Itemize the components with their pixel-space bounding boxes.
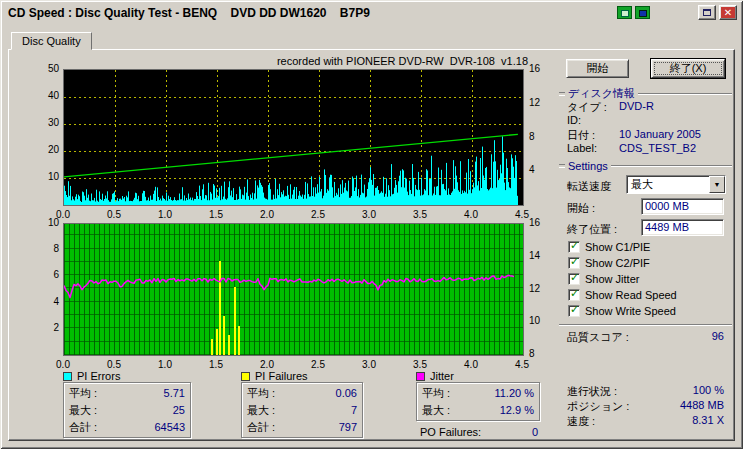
tick-label: 10	[29, 217, 59, 228]
pi-errors-y-axis-left: 5040302010	[29, 69, 59, 206]
progress-value: 100 %	[639, 384, 724, 396]
checkbox-show-jitter[interactable]: Show Jitter	[568, 273, 639, 285]
disc-id-label: ID:	[567, 114, 581, 126]
position-label: ポジション :	[567, 399, 629, 414]
stat-value: 11.20 %	[494, 385, 534, 402]
checkbox-show-c1-pie[interactable]: Show C1/PIE	[568, 241, 650, 253]
score-separator	[559, 324, 732, 326]
disc-type-value: DVD-R	[619, 100, 654, 112]
stat-label: 最大 :	[247, 402, 275, 419]
end-position-label: 終了位置 :	[567, 222, 617, 237]
tick-label: 1.5	[209, 359, 223, 370]
transfer-speed-select[interactable]: 最大 ▼	[626, 175, 726, 194]
checkbox-icon[interactable]	[568, 241, 580, 253]
stat-label: 平均 :	[69, 385, 97, 402]
stat-label: 合計 :	[69, 419, 97, 436]
tick-label: 2.5	[311, 209, 325, 220]
minimize-button[interactable]	[698, 5, 716, 20]
pif-y-axis-left: 108642	[29, 223, 59, 356]
settings-header-rule	[611, 165, 732, 167]
disc-quality-page: recorded with PIONEER DVD-RW DVR-108 v1.…	[8, 49, 735, 441]
checkbox-icon[interactable]	[568, 289, 580, 301]
stat-value: 7	[351, 402, 357, 419]
checkbox-label: Show Read Speed	[585, 289, 677, 301]
checkbox-icon[interactable]	[568, 257, 580, 269]
tick-label: 50	[29, 63, 59, 74]
tick-label: 3.5	[413, 359, 427, 370]
jitter-stats-box: 平均 :11.20 % 最大 :12.9 %	[416, 382, 540, 421]
tick-label: 14	[529, 250, 540, 261]
disc-info-header-rule	[638, 93, 732, 95]
settings-header-label: Settings	[568, 160, 608, 172]
tick-label: 16	[529, 217, 540, 228]
speed-label: 速度 :	[567, 414, 595, 429]
checkbox-label: Show Write Speed	[585, 305, 676, 317]
tick-label: 8	[529, 348, 535, 359]
disc-label-label: Label:	[567, 142, 597, 154]
tick-label: 12	[529, 283, 540, 294]
checkbox-show-c2-pif[interactable]: Show C2/PIF	[568, 257, 650, 269]
stat-value: 64543	[154, 419, 185, 436]
start-button[interactable]: 開始	[566, 59, 629, 78]
start-position-label: 開始 :	[567, 201, 595, 216]
tick-label: 40	[29, 90, 59, 101]
stat-value: 5.71	[164, 385, 185, 402]
exit-button[interactable]: 終了(X)	[651, 59, 725, 78]
stat-value: 797	[339, 419, 357, 436]
start-position-field[interactable]: 0000 MB	[641, 198, 724, 215]
tick-label: 0.5	[107, 209, 121, 220]
po-failures-row: PO Failures: 0	[420, 426, 538, 438]
transfer-speed-label: 転送速度	[567, 179, 611, 194]
titlebar[interactable]: CD Speed : Disc Quality Test - BENQ DVD …	[3, 3, 740, 22]
checkbox-icon[interactable]	[568, 273, 580, 285]
tick-label: 2.5	[311, 359, 325, 370]
disc-info-header: ディスク情報	[559, 86, 732, 101]
end-position-field[interactable]: 4489 MB	[641, 219, 724, 236]
drive-icon[interactable]	[635, 6, 650, 19]
tick-label: 2.0	[260, 209, 274, 220]
checkbox-label: Show C2/PIF	[585, 257, 650, 269]
pi-errors-x-axis: 0.00.51.01.52.02.53.03.54.04.5	[63, 209, 524, 221]
window-title: CD Speed : Disc Quality Test - BENQ DVD …	[3, 6, 370, 20]
tick-label: 3.5	[413, 209, 427, 220]
tab-disc-quality[interactable]: Disc Quality	[11, 32, 92, 50]
pi-failures-swatch	[241, 372, 250, 381]
tick-label: 4.5	[515, 209, 529, 220]
checkbox-show-write-speed[interactable]: Show Write Speed	[568, 305, 676, 317]
position-value: 4488 MB	[639, 399, 724, 411]
stat-label: 合計 :	[247, 419, 275, 436]
jitter-legend-label: Jitter	[430, 370, 454, 382]
stat-label: 平均 :	[422, 385, 450, 402]
tick-label: 20	[29, 144, 59, 155]
quality-score-value: 96	[649, 330, 724, 342]
tick-label: 4.0	[464, 209, 478, 220]
stat-label: 平均 :	[247, 385, 275, 402]
titlebar-buttons: ✕	[617, 5, 740, 20]
pi-errors-swatch	[63, 372, 72, 381]
tick-label: 4	[529, 164, 535, 175]
disc-label-value: CDS_TEST_B2	[619, 142, 696, 154]
pi-errors-legend-label: PI Errors	[77, 370, 120, 382]
tick-label: 4.5	[515, 359, 529, 370]
tick-label: 4.0	[464, 359, 478, 370]
tick-label: 10	[529, 315, 540, 326]
stat-value: 12.9 %	[500, 402, 534, 419]
pi-failures-legend: PI Failures	[241, 370, 308, 382]
quality-score-label: 品質スコア :	[567, 330, 629, 345]
checkbox-show-read-speed[interactable]: Show Read Speed	[568, 289, 677, 301]
tick-label: 3.0	[362, 359, 376, 370]
tick-label: 12	[529, 97, 540, 108]
disc-icon[interactable]	[617, 6, 632, 19]
settings-header: Settings	[559, 160, 732, 172]
po-failures-value: 0	[532, 426, 538, 438]
stat-value: 0.06	[336, 385, 357, 402]
tick-label: 8	[529, 131, 535, 142]
pi-errors-legend: PI Errors	[63, 370, 120, 382]
checkbox-label: Show C1/PIE	[585, 241, 650, 253]
tick-label: 4	[29, 296, 59, 307]
tick-label: 1.0	[158, 359, 172, 370]
chevron-down-icon[interactable]: ▼	[709, 176, 725, 193]
close-button[interactable]: ✕	[719, 5, 737, 20]
pif-jitter-chart: 108642 161412108 0.00.51.01.52.02.53.03.…	[63, 223, 524, 356]
checkbox-icon[interactable]	[568, 305, 580, 317]
